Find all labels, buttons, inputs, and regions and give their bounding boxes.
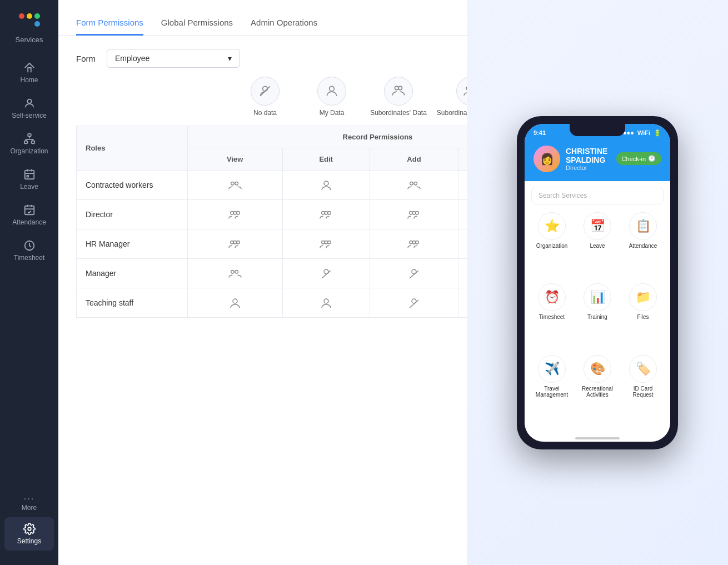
- form-label: Form: [76, 54, 96, 63]
- svg-point-34: [237, 211, 240, 214]
- sidebar-item-organization[interactable]: Organization: [0, 126, 58, 162]
- view-cell-2[interactable]: [188, 229, 283, 259]
- svg-point-55: [515, 241, 518, 244]
- view-cell-4[interactable]: [188, 288, 283, 318]
- svg-point-29: [410, 182, 413, 185]
- delete-cell-4[interactable]: [458, 288, 568, 318]
- svg-point-30: [414, 182, 417, 185]
- svg-rect-8: [27, 176, 28, 177]
- svg-point-47: [321, 241, 325, 244]
- svg-rect-2: [24, 141, 27, 144]
- sidebar-item-self-service[interactable]: Self-service: [0, 91, 58, 126]
- permissions-table-container: Roles Record Permissions Field Pe... Vie…: [58, 126, 728, 565]
- tab-form-permissions[interactable]: Form Permissions: [76, 11, 143, 36]
- svg-point-15: [263, 86, 268, 91]
- view-cell-1[interactable]: [188, 200, 283, 229]
- edit-cell-4[interactable]: [282, 288, 370, 318]
- home-icon: [23, 62, 36, 74]
- add-column-header: Add: [370, 148, 458, 171]
- tab-global-permissions[interactable]: Global Permissions: [161, 11, 233, 36]
- svg-point-26: [231, 182, 234, 185]
- sidebar-item-timesheet[interactable]: Timesheet: [0, 233, 58, 268]
- my-data-icon: [325, 84, 339, 98]
- svg-point-52: [416, 241, 419, 244]
- edit-column-header: Edit: [282, 148, 370, 171]
- sub-my-data-icon-circle: [456, 77, 485, 106]
- perm-all-data[interactable]: All Data: [510, 77, 576, 117]
- table-row: Contracted workers: [77, 171, 710, 200]
- subordinates-data-icon: [391, 84, 406, 98]
- sidebar-item-settings[interactable]: Settings: [4, 517, 54, 551]
- sidebar-item-home[interactable]: Home: [0, 55, 58, 91]
- svg-point-0: [27, 99, 31, 103]
- svg-point-42: [511, 211, 515, 214]
- field-col-1: ...: [567, 148, 640, 171]
- sidebar-item-leave[interactable]: Leave: [0, 162, 58, 197]
- perm-subordinates-data[interactable]: Subordinates' Data: [365, 77, 432, 117]
- role-name-4: Teaching staff: [77, 288, 188, 318]
- svg-point-56: [231, 270, 234, 273]
- svg-rect-9: [24, 206, 34, 215]
- svg-point-51: [412, 241, 416, 244]
- svg-point-46: [237, 241, 240, 244]
- main-content: Form Permissions Global Permissions Admi…: [58, 0, 728, 565]
- svg-rect-4: [24, 171, 34, 179]
- add-cell-4[interactable]: [370, 288, 458, 318]
- edit-cell-0[interactable]: [282, 171, 370, 200]
- dot-green: [34, 13, 40, 19]
- edit-cell-3[interactable]: [282, 259, 370, 288]
- perm-sub-my-data[interactable]: Subordinates+My Data: [432, 77, 510, 117]
- view-cell-0[interactable]: [188, 171, 283, 200]
- svg-point-43: [515, 211, 518, 214]
- dot-red: [19, 13, 24, 19]
- all-data-icon: [536, 84, 550, 98]
- sidebar: Services Home Self-service Organization …: [0, 0, 58, 565]
- delete-cell-0[interactable]: [458, 171, 568, 200]
- edit-cell-2[interactable]: [282, 229, 370, 259]
- permissions-table: Roles Record Permissions Field Pe... Vie…: [76, 126, 710, 318]
- svg-point-31: [511, 181, 515, 186]
- svg-point-48: [325, 241, 328, 244]
- field-col1-3: [567, 259, 640, 288]
- view-column-header: View: [188, 148, 283, 171]
- svg-point-44: [230, 241, 233, 244]
- perm-my-data[interactable]: My Data: [298, 77, 365, 117]
- field-col2-0: [640, 171, 710, 200]
- permission-icons-row: No data My Data Subordinates' Data Subor…: [214, 77, 728, 126]
- sidebar-item-attendance[interactable]: Attendance: [0, 197, 58, 233]
- org-icon: [23, 133, 36, 145]
- tabs-bar: Form Permissions Global Permissions Admi…: [58, 0, 728, 36]
- tab-admin-operations[interactable]: Admin Operations: [251, 11, 317, 36]
- dot-yellow: [27, 13, 32, 19]
- svg-line-67: [410, 300, 418, 308]
- delete-cell-3[interactable]: [458, 259, 568, 288]
- svg-point-21: [470, 87, 473, 90]
- add-cell-2[interactable]: [370, 229, 458, 259]
- add-cell-0[interactable]: [370, 171, 458, 200]
- sidebar-item-more[interactable]: ··· More: [22, 488, 37, 517]
- svg-point-39: [412, 211, 416, 214]
- svg-point-32: [230, 211, 233, 214]
- role-name-1: Director: [77, 200, 188, 229]
- table-row: Director: [77, 200, 710, 229]
- edit-cell-1[interactable]: [282, 200, 370, 229]
- svg-point-18: [395, 86, 399, 90]
- add-cell-1[interactable]: [370, 200, 458, 229]
- delete-cell-1[interactable]: [458, 200, 568, 229]
- role-name-0: Contracted workers: [77, 171, 188, 200]
- svg-point-53: [508, 241, 512, 244]
- add-cell-3[interactable]: [370, 259, 458, 288]
- svg-point-65: [324, 299, 328, 303]
- form-select-dropdown[interactable]: Employee ▾: [107, 49, 240, 68]
- role-name-2: HR Manager: [77, 229, 188, 259]
- delete-cell-2[interactable]: [458, 229, 568, 259]
- perm-no-data[interactable]: No data: [232, 77, 298, 117]
- svg-point-35: [321, 211, 325, 214]
- view-cell-3[interactable]: [188, 259, 283, 288]
- field-col1-0: [567, 171, 640, 200]
- svg-point-20: [466, 87, 470, 90]
- delete-column-header: Delete: [458, 148, 568, 171]
- svg-point-57: [235, 270, 238, 273]
- table-row: Teaching staff: [77, 288, 710, 318]
- timesheet-icon: [23, 239, 36, 252]
